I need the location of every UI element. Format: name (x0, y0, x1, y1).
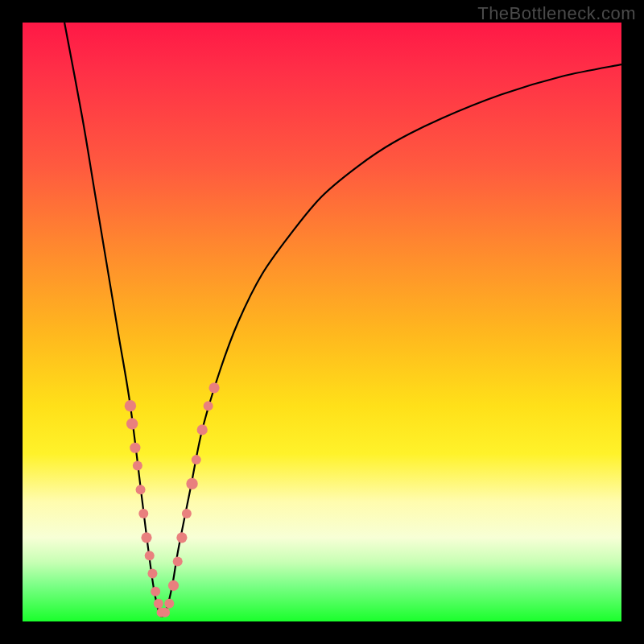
bottleneck-curve-svg (23, 23, 621, 621)
watermark-text: TheBottleneck.com (477, 3, 636, 24)
data-dot (154, 599, 163, 609)
data-dot (151, 587, 160, 597)
data-dot (186, 478, 197, 489)
data-dot (182, 509, 192, 518)
data-dot (125, 400, 136, 411)
data-dot (141, 532, 151, 543)
data-dot (176, 532, 187, 543)
data-dot (173, 557, 183, 567)
data-dot (133, 461, 142, 471)
data-dot (145, 551, 155, 560)
chart-frame: TheBottleneck.com (0, 0, 644, 644)
data-dot (192, 455, 201, 464)
data-dot (147, 568, 157, 578)
data-dot (130, 443, 140, 453)
data-dot (204, 401, 213, 411)
data-dot (208, 382, 219, 393)
bottleneck-curve (64, 23, 621, 617)
data-dot (168, 580, 179, 591)
data-dot (138, 509, 148, 518)
plot-area (23, 23, 621, 621)
data-dot (136, 485, 146, 494)
data-dot (197, 424, 208, 435)
data-dot (160, 608, 170, 617)
data-dot (126, 418, 138, 429)
data-dot (164, 599, 174, 609)
